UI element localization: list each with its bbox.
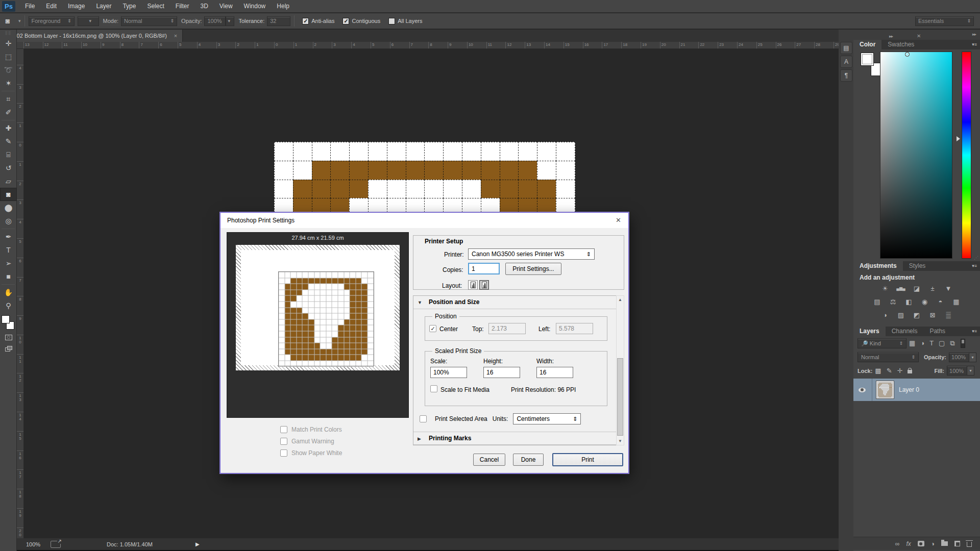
cancel-button[interactable]: Cancel — [473, 454, 505, 466]
shape-tool[interactable]: ■ — [0, 270, 17, 283]
artwork-preview[interactable] — [279, 272, 374, 366]
dialog-scrollbar[interactable]: ▲ ▼ — [616, 295, 624, 445]
pattern-select[interactable]: ▾ — [78, 16, 99, 26]
eraser-tool[interactable]: ▱ — [0, 174, 17, 188]
toolbar-grip[interactable]: ⣿⣿ — [0, 30, 16, 37]
hue-slider[interactable] — [962, 52, 971, 259]
black-white-icon[interactable]: ◧ — [903, 297, 915, 306]
crop-tool[interactable]: ⌗ — [0, 92, 17, 106]
opacity-value[interactable]: 100% — [204, 16, 226, 26]
gradient-map-icon[interactable]: ▒ — [943, 311, 954, 319]
healing-brush-tool[interactable]: ✚ — [0, 121, 17, 135]
layout-landscape-button[interactable] — [479, 280, 489, 290]
blur-tool[interactable]: ⬤ — [0, 201, 17, 214]
layer-filter-toggle[interactable] — [961, 339, 965, 348]
center-checkbox[interactable]: ✓ — [429, 325, 436, 332]
lock-all-icon[interactable] — [908, 370, 912, 373]
new-group-icon[interactable] — [941, 541, 948, 546]
history-brush-tool[interactable]: ↺ — [0, 161, 17, 174]
collapse-dock-icon[interactable]: ▸▸ — [972, 32, 976, 37]
print-settings-button[interactable]: Print Settings... — [505, 263, 561, 275]
anti-alias-checkbox[interactable]: ✓Anti-alias — [302, 18, 334, 24]
invert-icon[interactable]: ◑ — [879, 311, 891, 319]
tab-close-icon[interactable]: × — [174, 33, 177, 39]
dialog-close-icon[interactable]: ✕ — [616, 216, 621, 224]
tab-adjustments[interactable]: Adjustments — [853, 261, 903, 271]
match-print-colors-checkbox[interactable]: Match Print Colors — [280, 426, 342, 433]
vertical-ruler[interactable]: 432101234567891011121314151617181920 — [17, 49, 24, 538]
color-balance-icon[interactable]: ⚖ — [888, 297, 899, 306]
layer-visibility-icon[interactable] — [859, 388, 866, 392]
zoom-level-field[interactable]: 100% — [26, 541, 51, 547]
layer-thumbnail[interactable] — [876, 381, 894, 398]
mode-select[interactable]: Normal⇕ — [121, 16, 177, 26]
hue-slider-marker[interactable] — [957, 136, 960, 141]
type-tool[interactable]: T — [0, 243, 17, 257]
photo-filter-icon[interactable]: ◉ — [919, 297, 930, 306]
link-layers-icon[interactable]: ∞ — [895, 540, 900, 547]
magic-wand-tool[interactable]: ✶ — [0, 77, 17, 90]
menu-select[interactable]: Select — [141, 0, 169, 13]
filter-pixel-layers-icon[interactable]: ▦ — [909, 339, 915, 347]
move-tool[interactable]: ✛ — [0, 37, 17, 50]
done-button[interactable]: Done — [513, 454, 544, 466]
tab-layers[interactable]: Layers — [853, 327, 886, 336]
brightness-contrast-icon[interactable]: ☀ — [879, 284, 891, 293]
dodge-tool[interactable]: ◎ — [0, 214, 17, 228]
path-select-tool[interactable]: ➢ — [0, 257, 17, 270]
lock-move-icon[interactable]: ✛ — [897, 367, 903, 374]
fill-dropdown-icon[interactable]: ▾ — [967, 366, 974, 375]
menu-type[interactable]: Type — [117, 0, 141, 13]
marquee-tool[interactable]: ⬚ — [0, 50, 17, 63]
workspace-select[interactable]: Essentials⇕ — [915, 16, 974, 26]
panel-menu-icon[interactable]: ▾≡ — [972, 263, 977, 268]
selective-color-icon[interactable]: ⊠ — [927, 311, 938, 319]
color-lookup-icon[interactable]: ▦ — [951, 297, 962, 306]
exposure-icon[interactable]: ± — [927, 284, 938, 293]
print-button[interactable]: Print — [552, 453, 623, 466]
blend-mode-select[interactable]: Normal⇕ — [857, 352, 919, 362]
color-sample-marker[interactable] — [905, 52, 910, 57]
layer-effects-icon[interactable]: fx — [906, 540, 911, 547]
vibrance-icon[interactable]: ▼ — [943, 284, 954, 293]
eyedropper-tool[interactable]: ✐ — [0, 106, 17, 119]
scale-to-fit-checkbox[interactable] — [430, 385, 437, 392]
opacity-dropdown-icon[interactable]: ▾ — [969, 353, 976, 362]
height-input[interactable]: 16 — [483, 367, 520, 378]
menu-edit[interactable]: Edit — [40, 0, 62, 13]
paragraph-panel-icon[interactable]: ¶ — [840, 69, 852, 82]
delete-layer-icon[interactable] — [967, 542, 972, 547]
position-size-section-header[interactable]: ▼ Position and Size — [413, 296, 616, 309]
tab-swatches[interactable]: Swatches — [881, 40, 920, 49]
opacity-dropdown[interactable]: ▾ — [226, 16, 234, 26]
horizontal-ruler[interactable]: 1312111098765432101234567891011121314151… — [17, 42, 839, 49]
show-paper-white-checkbox[interactable]: Show Paper White — [280, 449, 342, 457]
paint-bucket-tool[interactable]: ◙ — [0, 188, 17, 201]
all-layers-checkbox[interactable]: All Layers — [388, 18, 422, 24]
layout-portrait-button[interactable] — [468, 280, 478, 290]
copies-input[interactable]: 1 — [468, 263, 500, 274]
channel-mixer-icon[interactable]: ◓ — [935, 297, 946, 306]
printing-marks-section-header[interactable]: ▶ Printing Marks — [413, 432, 616, 445]
bucket-tool-icon[interactable]: ◙ — [0, 15, 15, 27]
scroll-down-icon[interactable]: ▼ — [617, 437, 624, 445]
menu-window[interactable]: Window — [238, 0, 272, 13]
menu-3d[interactable]: 3D — [194, 0, 213, 13]
quick-mask-button[interactable] — [0, 332, 17, 343]
dialog-title-bar[interactable]: Photoshop Print Settings ✕ — [220, 213, 628, 228]
units-select[interactable]: Centimeters ⇕ — [513, 413, 581, 424]
filter-adjustment-layers-icon[interactable]: ◑ — [920, 339, 924, 347]
close-panel-icon[interactable]: ✕ — [917, 33, 921, 39]
lock-transparency-icon[interactable]: ▩ — [875, 367, 881, 374]
new-adjustment-icon[interactable]: ◑ — [931, 540, 935, 547]
export-icon[interactable] — [51, 541, 61, 548]
tab-channels[interactable]: Channels — [886, 327, 924, 336]
layer-opacity-value[interactable]: 100% — [949, 353, 969, 362]
document-size-indicator[interactable]: Doc: 1.05M/1.40M — [76, 541, 183, 547]
filter-smart-objects-icon[interactable]: ⧉ — [950, 339, 954, 347]
filter-shape-layers-icon[interactable]: ▢ — [939, 339, 945, 347]
gamut-warning-checkbox[interactable]: Gamut Warning — [280, 438, 342, 445]
menu-image[interactable]: Image — [62, 0, 90, 13]
filter-type-layers-icon[interactable]: T — [929, 339, 934, 347]
screen-mode-button[interactable] — [0, 343, 17, 354]
